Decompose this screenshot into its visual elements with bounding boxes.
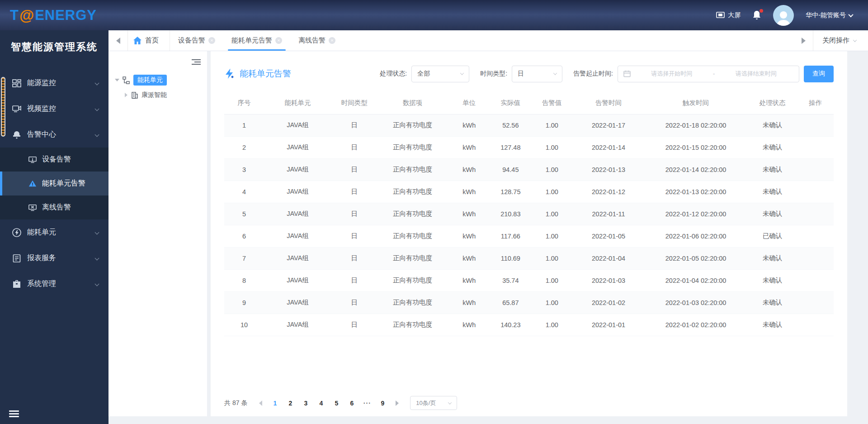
table-cell: 正向有功电度 [377,314,448,336]
big-screen-button[interactable]: 大屏 [716,11,741,19]
sidebar-item-1[interactable]: 能源监控 [0,70,108,96]
close-operations-dropdown[interactable]: 关闭操作 [813,30,868,51]
table-row: 2JAVA组日正向有功电度kWh127.481.002022-01-142022… [224,136,834,158]
logo: T@ENERGY [10,7,97,24]
end-time-input[interactable]: 请选择结束时间 [718,70,793,78]
tree-node-root-label[interactable]: 能耗单元 [133,75,167,86]
table-cell: 日 [331,114,377,136]
account-menu[interactable]: 华中-能管账号 [806,11,853,19]
table-cell: JAVA组 [264,158,331,181]
pagination-page-2[interactable]: 2 [283,397,298,410]
table-cell [797,269,834,291]
table-cell: 2022-01-03 [573,269,644,291]
table-cell: kWh [448,136,491,158]
system-icon [12,280,21,289]
sidebar-item-label: 离线告警 [42,203,71,212]
table-cell [797,136,834,158]
sidebar-item-label: 报表服务 [27,253,56,263]
table-cell: kWh [448,291,491,314]
table-cell: 正向有功电度 [377,269,448,291]
pagination-ellipsis[interactable]: ··· [359,397,375,410]
sidebar-item-5[interactable]: 能耗单元告警 [0,172,108,195]
pagination-page-6[interactable]: 6 [344,397,359,410]
status-select[interactable]: 全部 [411,66,469,82]
tabs-scroll-right-button[interactable] [794,30,813,51]
close-icon[interactable]: × [208,37,215,44]
avatar[interactable] [773,5,794,26]
tab-bar: 首页 设备告警×能耗单元告警×离线告警× 关闭操作 [108,30,868,51]
caret-down-icon[interactable] [115,79,119,81]
table-column-header: 实际值 [491,92,530,114]
page-size-select[interactable]: 10条/页 [410,396,457,410]
table-cell: 2022-01-15 02:20:00 [644,136,748,158]
table-cell: JAVA组 [264,203,331,225]
table-cell [797,314,834,336]
table-cell: 1.00 [530,203,573,225]
sidebar-item-9[interactable]: 系统管理 [0,271,108,297]
chevron-down-icon [95,230,99,235]
table-cell: kWh [448,247,491,269]
sidebar-item-2[interactable]: 视频监控 [0,96,108,122]
sidebar-item-label: 能源监控 [27,78,56,88]
pagination-total: 共 87 条 [224,399,247,407]
tab-2[interactable]: 能耗单元告警× [223,30,290,51]
sidebar-collapse-button[interactable] [9,410,19,418]
table-cell: 日 [331,269,377,291]
table-cell: 2022-01-17 [573,114,644,136]
energy-monitor-icon [12,79,21,88]
date-range-picker[interactable]: 请选择开始时间 - 请选择结束时间 [618,66,799,82]
time-type-select[interactable]: 日 [512,66,562,82]
tree-collapse-icon[interactable] [192,59,201,66]
tabs-scroll-left-button[interactable] [108,30,127,51]
table-row: 9JAVA组日正向有功电度kWh65.871.002022-01-022022-… [224,291,834,314]
table-cell: kWh [448,269,491,291]
close-icon[interactable]: × [275,37,282,44]
table-cell: JAVA组 [264,114,331,136]
table-row: 5JAVA组日正向有功电度kWh210.831.002022-01-112022… [224,203,834,225]
start-time-input[interactable]: 请选择开始时间 [634,70,709,78]
sidebar-item-6[interactable]: 离线告警 [0,195,108,219]
close-icon[interactable]: × [329,37,335,44]
header-actions: 大屏 华中-能管账号 [716,5,868,26]
tree-node-root[interactable]: 能耗单元 [115,75,207,86]
pagination-page-5[interactable]: 5 [329,397,344,410]
energy-unit-icon [12,228,21,237]
chevron-down-icon [553,71,557,75]
sidebar: 智慧能源管理系统 能源监控视频监控告警中心设备告警能耗单元告警离线告警能耗单元报… [0,30,108,424]
table-cell: 未确认 [748,181,797,203]
tab-3[interactable]: 离线告警× [290,30,344,51]
search-button[interactable]: 查询 [804,66,834,82]
sidebar-item-3[interactable]: 告警中心 [0,122,108,148]
notification-bell[interactable] [752,10,761,20]
pagination-prev-button[interactable] [254,397,267,410]
pagination-page-4[interactable]: 4 [313,397,329,410]
tab-home[interactable]: 首页 [127,30,170,51]
table-cell: 94.45 [491,158,530,181]
table-cell: 1.00 [530,291,573,314]
sidebar-item-8[interactable]: 报表服务 [0,245,108,271]
pagination-page-9[interactable]: 9 [375,397,390,410]
time-type-filter-label: 时间类型: [480,70,507,78]
table-row: 8JAVA组日正向有功电度kWh35.741.002022-01-032022-… [224,269,834,291]
caret-right-icon[interactable] [125,93,127,97]
table-row: 7JAVA组日正向有功电度kWh110.691.002022-01-042022… [224,247,834,269]
chevron-down-icon [95,107,99,111]
table-row: 3JAVA组日正向有功电度kWh94.451.002022-01-132022-… [224,158,834,181]
tab-1[interactable]: 设备告警× [170,30,223,51]
filter-bar: 处理状态: 全部 时间类型: 日 告警起止时间: [373,66,834,82]
sidebar-item-label: 系统管理 [27,279,56,289]
tree-node-child[interactable]: 康派智能 [125,91,207,99]
table-cell: 1.00 [530,269,573,291]
chevron-down-icon [448,400,452,404]
table-cell: 正向有功电度 [377,291,448,314]
sidebar-item-4[interactable]: 设备告警 [0,148,108,172]
pagination-page-3[interactable]: 3 [298,397,313,410]
sidebar-item-7[interactable]: 能耗单元 [0,219,108,245]
tree-panel: 能耗单元 康派智能 [108,51,207,416]
tree-node-child-label[interactable]: 康派智能 [142,91,167,99]
chevron-down-icon [95,81,99,86]
pagination-next-button[interactable] [390,397,404,410]
pagination-page-1[interactable]: 1 [267,397,283,410]
table-cell: 未确认 [748,114,797,136]
table-cell: 日 [331,314,377,336]
